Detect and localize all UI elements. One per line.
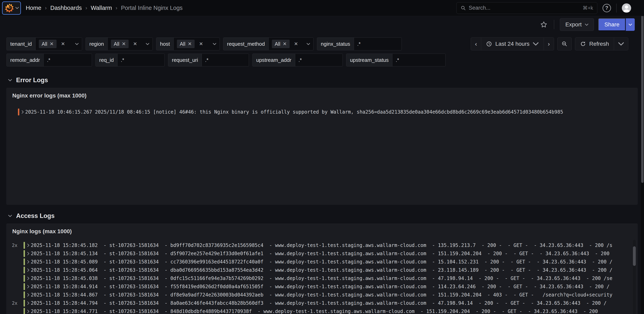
favorite-star-button[interactable] [539, 20, 548, 29]
chip-label: All [42, 41, 47, 47]
clear-all-icon[interactable]: ✕ [199, 42, 203, 46]
zoom-out-group [557, 38, 572, 50]
chevron-down-icon [628, 24, 632, 26]
chevron-down-icon [15, 7, 19, 9]
refresh-label: Refresh [589, 41, 609, 47]
time-shift-forward-button[interactable]: › [544, 38, 554, 50]
expand-log-icon[interactable] [27, 309, 30, 313]
log-row[interactable]: 2025-11-18 15:28:45.134 - st-107263-1581… [7, 249, 637, 258]
filter-value-dropdown[interactable]: All ✕ ✕ [269, 38, 313, 50]
panel-title[interactable]: Nginx logs (max 1000) [7, 224, 637, 235]
filter-label: tenant_id [7, 38, 36, 50]
expand-log-icon[interactable] [27, 293, 30, 297]
section-access-logs-header[interactable]: Access Logs [8, 212, 644, 219]
search-input[interactable]: Search... ⌘+k [456, 2, 597, 14]
log-row[interactable]: 2025-11-18 15:28:45.064 - st-107263-1581… [7, 266, 637, 274]
refresh-button[interactable]: Refresh [575, 38, 614, 50]
log-row[interactable]: 2025-11-18 10:46:15.267 2025/11/18 08:46… [7, 108, 637, 116]
filter-request-method: request_method All ✕ ✕ [223, 38, 314, 50]
expand-log-icon[interactable] [27, 301, 30, 305]
breadcrumb-separator-icon: › [45, 5, 47, 11]
log-line-text: 2025-11-18 15:28:45.064 - st-107263-1581… [31, 267, 637, 273]
filter-text-input[interactable]: .* [44, 54, 92, 66]
log-row[interactable]: 2x 2025-11-18 15:28:45.182 - st-107263-1… [7, 241, 637, 249]
filter-text-input[interactable]: .* [392, 54, 445, 66]
panel-scrollbar-thumb[interactable] [633, 246, 636, 266]
share-label: Share [604, 21, 620, 28]
selected-value-chip[interactable]: All ✕ [177, 40, 194, 48]
log-line-text: 2025-11-18 15:28:45.038 - st-107263-1581… [31, 275, 637, 281]
share-button[interactable]: Share [598, 18, 626, 31]
clear-all-icon[interactable]: ✕ [61, 42, 65, 46]
filter-value-dropdown[interactable]: All ✕ ✕ [174, 38, 220, 50]
log-row[interactable]: 2025-11-18 15:28:44.914 - st-107263-1581… [7, 282, 637, 291]
time-shift-back-button[interactable]: ‹ [471, 38, 481, 50]
expand-log-icon[interactable] [27, 243, 30, 247]
access-log-list: 2x 2025-11-18 15:28:45.182 - st-107263-1… [7, 241, 637, 314]
time-range-picker[interactable]: Last 24 hours [481, 38, 544, 50]
search-icon [461, 6, 466, 11]
expand-log-icon[interactable] [27, 251, 30, 256]
share-options-button[interactable] [626, 18, 635, 31]
section-error-logs-header[interactable]: Error Logs [8, 77, 644, 84]
selected-value-chip[interactable]: All ✕ [111, 40, 128, 48]
grafana-dashboard-page: Home › Dashboards › Wallarm › Portal Inl… [0, 0, 644, 314]
chevron-down-icon [618, 41, 624, 47]
remove-value-icon[interactable]: ✕ [122, 42, 126, 46]
remove-value-icon[interactable]: ✕ [188, 42, 192, 46]
filter-text-input[interactable]: .* [354, 38, 402, 50]
chevron-down-icon [533, 41, 539, 47]
log-row[interactable]: 2x 2025-11-18 15:28:44.794 - st-107263-1… [7, 299, 637, 307]
refresh-interval-button[interactable] [614, 38, 628, 50]
log-row[interactable]: 2025-11-18 15:28:45.038 - st-107263-1581… [7, 274, 637, 282]
export-button[interactable]: Export [560, 18, 594, 31]
panel-title[interactable]: Nginx error logs (max 1000) [7, 88, 637, 99]
expand-log-icon[interactable] [27, 268, 30, 272]
zoom-out-time-button[interactable] [558, 38, 572, 50]
log-row[interactable]: 2025-11-18 15:28:45.089 - st-107263-1581… [7, 258, 637, 266]
log-row[interactable]: 2025-11-18 15:28:44.867 - st-107263-1581… [7, 291, 637, 299]
log-level-bar [24, 267, 25, 273]
clear-all-icon[interactable]: ✕ [133, 42, 137, 46]
panel-scrollbar[interactable] [633, 240, 636, 314]
chevron-down-icon[interactable] [213, 43, 216, 45]
expand-log-icon[interactable] [21, 110, 24, 114]
filter-input-value: .* [396, 57, 399, 63]
avatar[interactable] [622, 4, 631, 13]
filter-text-input[interactable]: .* [118, 54, 164, 66]
selected-value-chip[interactable]: All ✕ [272, 40, 290, 48]
log-level-bar [24, 283, 25, 290]
page-scrollbar-thumb[interactable] [641, 6, 644, 183]
filter-req-id: req_id .* [96, 54, 164, 67]
log-row[interactable]: 2025-11-18 15:28:44.771 - st-107263-1581… [7, 307, 637, 314]
log-level-bar [24, 300, 25, 306]
selected-value-chip[interactable]: All ✕ [39, 40, 56, 48]
expand-log-icon[interactable] [27, 284, 30, 289]
clear-all-icon[interactable]: ✕ [294, 42, 298, 46]
breadcrumb-dashboards[interactable]: Dashboards [50, 5, 82, 11]
top-nav: Home › Dashboards › Wallarm › Portal Inl… [0, 0, 644, 16]
help-icon[interactable]: ? [602, 4, 611, 12]
breadcrumb-separator-icon: › [116, 5, 117, 11]
chevron-down-icon [585, 24, 588, 26]
filter-text-input[interactable]: .* [202, 54, 249, 66]
filter-text-input[interactable]: .* [295, 54, 342, 66]
chevron-down-icon[interactable] [75, 43, 79, 45]
expand-log-icon[interactable] [27, 260, 30, 264]
remove-value-icon[interactable]: ✕ [283, 42, 287, 46]
chevron-down-icon[interactable] [146, 43, 149, 45]
breadcrumb-separator-icon: › [85, 5, 87, 11]
expand-log-icon[interactable] [27, 276, 30, 280]
filter-value-dropdown[interactable]: All ✕ ✕ [36, 38, 82, 50]
remove-value-icon[interactable]: ✕ [50, 42, 54, 46]
filter-input-value: .* [357, 41, 361, 47]
breadcrumb-home[interactable]: Home [26, 5, 41, 11]
export-label: Export [565, 21, 582, 28]
filter-value-dropdown[interactable]: All ✕ ✕ [108, 38, 152, 50]
section-title: Access Logs [16, 212, 54, 219]
chevron-down-icon[interactable] [306, 43, 310, 45]
breadcrumb-wallarm[interactable]: Wallarm [91, 5, 112, 11]
grafana-logo-menu[interactable] [2, 2, 21, 15]
log-line-text: 2025-11-18 15:28:45.089 - st-107263-1581… [31, 259, 637, 265]
page-scrollbar[interactable] [641, 0, 644, 314]
